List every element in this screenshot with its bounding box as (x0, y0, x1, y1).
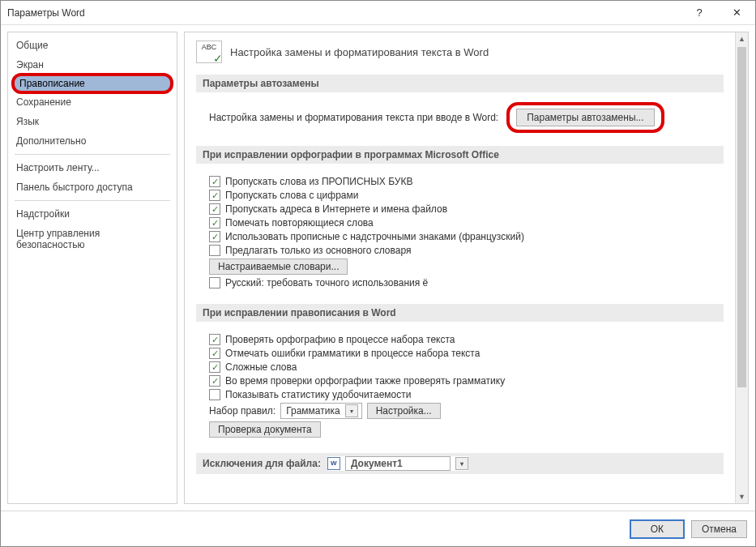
button-row: Проверка документа (209, 421, 717, 438)
checkbox-grammar-with-spelling[interactable] (209, 375, 220, 387)
checkbox-label: Предлагать только из основного словаря (225, 245, 411, 256)
scrollbar-thumb[interactable] (737, 47, 746, 387)
checkbox-label: Показывать статистику удобочитаемости (225, 389, 411, 400)
sidebar-item-general[interactable]: Общие (8, 36, 177, 55)
checkbox-label: Пропускать слова из ПРОПИСНЫХ БУКВ (225, 176, 412, 187)
checkbox-row: Отмечать ошибки грамматики в процессе на… (209, 348, 717, 359)
sidebar-item-language[interactable]: Язык (8, 112, 177, 131)
sidebar-item-addins[interactable]: Надстройки (8, 204, 177, 224)
checkbox-row: Помечать повторяющиеся слова (209, 217, 717, 229)
page-title: Настройка замены и форматирования текста… (230, 46, 489, 58)
checkbox-label: Использовать прописные с надстрочными зн… (225, 231, 524, 242)
checkbox-row: Пропускать слова с цифрами (209, 190, 717, 201)
checkbox-label: Русский: требовать точного использования… (225, 277, 428, 288)
page-header: ABC Настройка замены и форматирования те… (196, 41, 724, 63)
section-word-spelling-body: Проверять орфографию в процессе набора т… (196, 327, 724, 448)
checkbox-internet[interactable] (209, 203, 220, 215)
checkbox-mark-grammar[interactable] (209, 348, 220, 359)
ruleset-value: Грамматика (286, 405, 340, 417)
options-dialog: Параметры Word ? ✕ Общие Экран Правописа… (0, 0, 756, 547)
dialog-footer: ОК Отмена (1, 511, 755, 546)
checkbox-row: Использовать прописные с надстрочными зн… (209, 231, 717, 242)
close-button[interactable]: ✕ (718, 1, 755, 25)
main-panel: ABC Настройка замены и форматирования те… (184, 32, 749, 504)
checkbox-check-spelling[interactable] (209, 334, 220, 345)
checkbox-russian-yo[interactable] (209, 277, 220, 288)
checkbox-main-dict[interactable] (209, 245, 220, 256)
checkbox-repeated[interactable] (209, 217, 220, 229)
sidebar-item-proofing[interactable]: Правописание (11, 73, 173, 94)
sidebar-item-display[interactable]: Экран (8, 55, 177, 75)
sidebar-item-save[interactable]: Сохранение (8, 92, 177, 112)
titlebar: Параметры Word ? ✕ (1, 1, 755, 25)
cancel-button[interactable]: Отмена (691, 520, 747, 538)
main-content: ABC Настройка замены и форматирования те… (185, 32, 735, 503)
abc-check-icon: ABC (196, 41, 222, 63)
checkbox-french[interactable] (209, 231, 220, 242)
checkbox-label: Пропускать слова с цифрами (225, 190, 358, 201)
ruleset-row: Набор правил: Грамматика ▾ Настройка... (209, 403, 717, 419)
section-word-spelling-header: При исправлении правописания в Word (196, 304, 724, 322)
checkbox-numbers[interactable] (209, 190, 220, 201)
sidebar-item-advanced[interactable]: Дополнительно (8, 131, 177, 151)
sidebar-divider (15, 200, 170, 201)
checkbox-label: Отмечать ошибки грамматики в процессе на… (225, 348, 480, 359)
scroll-up-arrow[interactable]: ▲ (736, 32, 748, 45)
sidebar-divider (15, 154, 170, 155)
checkbox-row: Пропускать слова из ПРОПИСНЫХ БУКВ (209, 176, 717, 187)
exceptions-label: Исключения для файла: (203, 458, 321, 469)
content-area: Общие Экран Правописание Сохранение Язык… (1, 25, 755, 511)
button-row: Настраиваемые словари... (209, 259, 717, 275)
sidebar-item-customize-ribbon[interactable]: Настроить ленту... (8, 158, 177, 177)
help-button[interactable]: ? (681, 1, 718, 25)
ok-button[interactable]: ОК (630, 519, 685, 539)
sidebar-item-trust-center[interactable]: Центр управления безопасностью (8, 224, 177, 254)
scroll-down-arrow[interactable]: ▼ (736, 490, 748, 503)
checkbox-row: Пропускать адреса в Интернете и имена фа… (209, 203, 717, 215)
autocorrect-row: Настройка замены и форматирования текста… (196, 97, 724, 141)
checkbox-complex-words[interactable] (209, 361, 220, 373)
chevron-down-icon: ▾ (345, 404, 358, 417)
section-exceptions-header: Исключения для файла: W Документ1 ▾ (196, 453, 724, 474)
ruleset-select[interactable]: Грамматика ▾ (280, 403, 361, 419)
checkbox-row: Русский: требовать точного использования… (209, 277, 717, 288)
checkbox-row: Сложные слова (209, 361, 717, 373)
word-doc-icon: W (327, 457, 340, 470)
settings-button[interactable]: Настройка... (367, 403, 441, 419)
checkbox-row: Предлагать только из основного словаря (209, 245, 717, 256)
checkbox-row: Проверять орфографию в процессе набора т… (209, 334, 717, 345)
checkbox-row: Во время проверки орфографии также прове… (209, 375, 717, 387)
chevron-down-icon: ▾ (455, 457, 468, 470)
vertical-scrollbar[interactable]: ▲ ▼ (735, 32, 748, 503)
checkbox-uppercase[interactable] (209, 176, 220, 187)
checkbox-label: Помечать повторяющиеся слова (225, 217, 374, 229)
sidebar: Общие Экран Правописание Сохранение Язык… (7, 32, 177, 504)
checkbox-label: Во время проверки орфографии также прове… (225, 375, 505, 387)
sidebar-item-qat[interactable]: Панель быстрого доступа (8, 177, 177, 197)
autocorrect-options-button[interactable]: Параметры автозамены... (516, 109, 654, 126)
autocorrect-label: Настройка замены и форматирования текста… (209, 112, 498, 123)
custom-dictionaries-button[interactable]: Настраиваемые словари... (209, 259, 348, 275)
checkbox-label: Сложные слова (225, 361, 297, 373)
checkbox-label: Пропускать адреса в Интернете и имена фа… (225, 203, 447, 215)
checkbox-readability[interactable] (209, 389, 220, 400)
section-office-spelling-body: Пропускать слова из ПРОПИСНЫХ БУКВ Пропу… (196, 169, 724, 299)
section-office-spelling-header: При исправлении орфографии в программах … (196, 146, 724, 164)
checkbox-label: Проверять орфографию в процессе набора т… (225, 334, 455, 345)
checkbox-row: Показывать статистику удобочитаемости (209, 389, 717, 400)
exceptions-doc-value: Документ1 (345, 456, 451, 471)
autocorrect-highlight: Параметры автозамены... (506, 102, 664, 133)
check-document-button[interactable]: Проверка документа (209, 421, 321, 438)
section-autocorrect-header: Параметры автозамены (196, 75, 724, 92)
window-title: Параметры Word (7, 7, 681, 19)
exceptions-doc-select[interactable]: W Документ1 ▾ (327, 456, 468, 471)
ruleset-label: Набор правил: (209, 405, 275, 417)
